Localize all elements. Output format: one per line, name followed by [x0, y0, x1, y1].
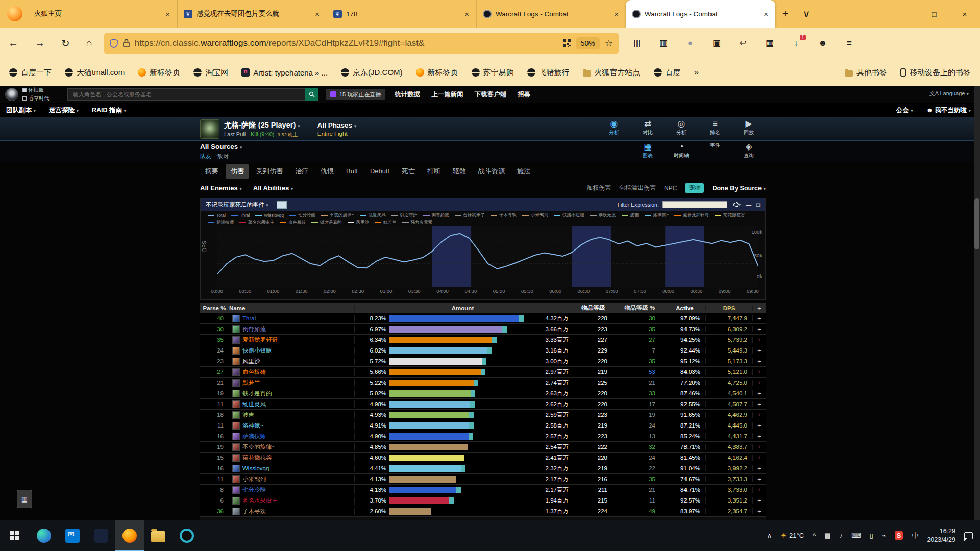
legend-item[interactable]: 强力火元素 [402, 220, 433, 226]
col-name[interactable]: Name [229, 305, 354, 311]
bookmark-item[interactable]: 其他书签 [845, 68, 887, 78]
legend-item[interactable]: 小米驾到 [522, 212, 548, 218]
window-close-button[interactable]: × [949, 0, 980, 28]
toolbar-icon[interactable] [844, 38, 855, 48]
player-name[interactable]: 著名水果疵主 [242, 497, 278, 505]
player-name[interactable]: 七分冷酷 [242, 486, 266, 494]
table-row[interactable]: 8 七分冷酷 4.13% 2.17百万 211 21 [200, 485, 766, 495]
table-row[interactable]: 40 Thral 8.23% 4.32百万 228 30 [200, 313, 766, 324]
legend-item[interactable]: 以之守护 [391, 212, 418, 218]
browser-tab[interactable]: 178 × [327, 0, 476, 28]
expand-row-button[interactable]: + [752, 444, 766, 450]
player-name[interactable]: 默若兰 [242, 379, 260, 387]
search-input[interactable] [67, 88, 305, 101]
table-row[interactable]: 23 风里沙 5.72% 3.00百万 220 35 [200, 356, 766, 367]
bookmark-item[interactable]: 火狐官方站点 [583, 68, 641, 78]
player-name[interactable]: 洛神赋~ [242, 422, 263, 430]
col-amount[interactable]: Amount [354, 305, 571, 311]
link-client-download[interactable]: 下载客户端 [475, 90, 507, 99]
legend-item[interactable]: 菊花撒苞谷 [715, 212, 745, 218]
toolbar-icon[interactable]: 1 [791, 38, 802, 48]
filter-option[interactable]: NPC [664, 185, 677, 192]
filter-expression-input[interactable] [662, 201, 727, 208]
taskbar-app-button[interactable] [173, 520, 201, 551]
home-button[interactable]: ⌂ [78, 37, 101, 49]
player-name[interactable]: 菊花撒苞谷 [242, 454, 272, 462]
legend-item[interactable]: 七分冷酷 [289, 212, 315, 218]
player-name[interactable]: 血色板砖 [242, 368, 266, 376]
player-name[interactable]: 爱新觉罗轩哥 [242, 336, 278, 344]
expand-row-button[interactable]: + [752, 412, 766, 418]
browser-tab[interactable]: Warcraft Logs - Combat × [476, 0, 626, 28]
enemies-dropdown[interactable]: All Enemies ▾ [200, 184, 242, 192]
bookmark-item[interactable]: 苏宁易购 [472, 68, 514, 78]
expand-row-button[interactable]: + [752, 358, 766, 364]
player-name[interactable]: 子木寻欢 [242, 508, 266, 515]
legend-item[interactable]: 乱世灵风 [360, 212, 386, 218]
panel-mode-button[interactable]: 时间轴 [665, 142, 698, 159]
toolbar-icon[interactable] [684, 38, 696, 48]
col-parse[interactable]: Parse % [200, 305, 229, 311]
metric-tab[interactable]: 打断 [422, 164, 446, 179]
col-ilvl[interactable]: 物品等级 [571, 304, 616, 312]
new-tab-button[interactable]: + [775, 8, 796, 20]
toolbar-icon[interactable] [658, 38, 669, 48]
forward-button[interactable]: → [27, 37, 53, 49]
player-name[interactable]: 波吉 [242, 411, 254, 419]
expand-row-button[interactable]: + [752, 455, 766, 461]
tray-icon[interactable]: ⌁ [882, 532, 886, 539]
bookmarks-overflow-chevron[interactable]: » [694, 67, 699, 78]
death-events-dropdown[interactable]: 不记录玩家死后的事件 ▾ [206, 201, 268, 209]
expand-row-button[interactable]: + [752, 465, 766, 471]
metric-tab[interactable]: Buff [341, 165, 363, 178]
browser-tab[interactable]: 感觉现在去野团包片要么就 × [177, 0, 327, 28]
taskbar-app-button[interactable] [115, 520, 144, 551]
tray-icon[interactable]: ⌨ [851, 532, 861, 539]
legend-item[interactable]: 倒背如流 [423, 212, 449, 218]
legend-item[interactable]: 血色板砖 [280, 220, 306, 226]
table-row[interactable]: 35 爱新觉罗轩哥 6.34% 3.33百万 227 27 [200, 335, 766, 345]
done-by-dropdown[interactable]: Done By Source ▾ [712, 185, 766, 192]
phase-selector[interactable]: All Phases ▾ [317, 121, 357, 129]
browser-tab[interactable]: 火狐主页 × [28, 0, 177, 28]
table-row[interactable]: 11 乱世灵风 4.98% 2.62百万 220 17 [200, 399, 766, 410]
legend-item[interactable]: 暴饮无度 [590, 212, 616, 218]
tab-close-icon[interactable]: × [164, 10, 171, 18]
table-row[interactable]: 15 菊花撒苞谷 4.60% 2.41百万 220 24 [200, 453, 766, 463]
expand-row-button[interactable]: + [752, 508, 766, 514]
legend-item[interactable]: 子木寻欢 [491, 212, 517, 218]
tray-icon[interactable]: 中 [912, 531, 918, 540]
zoom-level-badge[interactable]: 50% [576, 37, 600, 49]
notification-center-icon[interactable] [964, 532, 973, 539]
color-swatch[interactable] [277, 201, 287, 209]
metric-tab[interactable]: 驱散 [448, 164, 471, 179]
tray-chevron[interactable]: ^ [813, 532, 816, 539]
table-row[interactable]: 24 快跑小短腿 6.02% 3.16百万 229 7 [200, 345, 766, 356]
col-active[interactable]: Active [664, 305, 705, 311]
report-view-button[interactable]: 回放 [732, 119, 766, 136]
classic-checkbox[interactable]: 怀旧服 [22, 87, 67, 94]
expand-row-button[interactable]: + [752, 369, 766, 375]
legend-item[interactable]: 风里沙 [348, 220, 370, 226]
toolbar-icon[interactable] [764, 38, 775, 48]
expand-row-button[interactable]: + [752, 422, 766, 429]
player-name[interactable]: Wisslovqq [242, 465, 269, 471]
vanilla-checkbox[interactable]: 香草时代 [22, 95, 67, 102]
toolbar-icon[interactable] [711, 38, 722, 48]
expand-row-button[interactable]: + [752, 315, 766, 321]
source-tab[interactable]: 队友 [200, 153, 211, 160]
tray-icon[interactable]: ▤ [824, 532, 830, 539]
table-row[interactable]: 11 小米驾到 4.13% 2.17百万 216 35 [200, 474, 766, 485]
metric-tab[interactable]: 施法 [512, 164, 535, 179]
metric-tab[interactable]: 摘要 [200, 164, 224, 179]
expand-row-button[interactable]: + [752, 337, 766, 343]
player-name[interactable]: 小米驾到 [242, 475, 266, 483]
toolbar-icon[interactable] [817, 38, 828, 48]
metric-tab[interactable]: 仇恨 [315, 164, 339, 179]
player-name[interactable]: 快跑小短腿 [242, 347, 272, 355]
expand-panel-icon[interactable]: □ [756, 202, 760, 208]
legend-item[interactable]: 不变的旋律~ [321, 212, 354, 218]
legend-item[interactable]: Thral [231, 212, 250, 218]
col-ilvl-pct[interactable]: 物品等级 % [616, 304, 664, 312]
bookmark-item[interactable]: 百度一下 [9, 68, 52, 78]
